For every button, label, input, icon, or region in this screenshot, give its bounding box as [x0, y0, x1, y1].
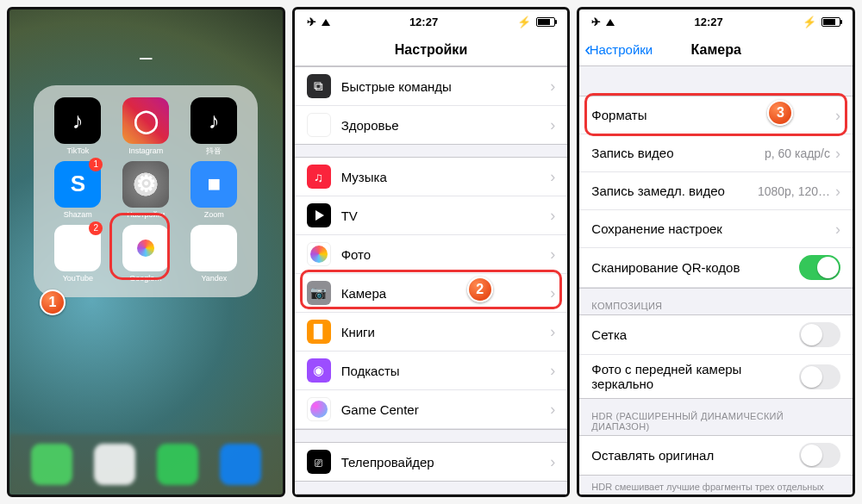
chevron-right-icon: ›: [835, 108, 840, 123]
status-time: 12:27: [409, 16, 438, 28]
app-douyin[interactable]: ♪ 抖音: [184, 97, 244, 156]
row-record-slomo[interactable]: Запись замедл. видео 1080p, 120… ›: [579, 172, 853, 210]
app-yandex[interactable]: Y Yandex: [184, 225, 244, 283]
status-time: 12:27: [695, 16, 723, 28]
row-provider[interactable]: ⎚ Телепровайдер ›: [295, 443, 568, 481]
app-label: YouTube: [47, 275, 108, 283]
toggle-grid[interactable]: [799, 322, 840, 347]
row-formats[interactable]: Форматы ›: [579, 96, 853, 134]
chevron-right-icon: ›: [550, 363, 555, 378]
row-podcasts[interactable]: ◉ Подкасты ›: [295, 352, 568, 390]
section: Форматы › Запись видео р, 60 кадр/с › За…: [579, 96, 853, 289]
row-value: 1080p, 120…: [758, 184, 830, 198]
notification-badge: 1: [89, 158, 103, 171]
toggle-mirror[interactable]: [799, 364, 840, 389]
camera-icon: 📷: [307, 281, 331, 305]
row-record-video[interactable]: Запись видео р, 60 кадр/с ›: [579, 134, 853, 172]
row-music[interactable]: ♫ Музыка ›: [295, 158, 568, 196]
row-books[interactable]: ▉ Книги ›: [295, 313, 568, 352]
app-shazam[interactable]: 1 S Shazam: [47, 161, 108, 220]
dock: [9, 434, 283, 495]
tiktok-icon: ♪: [54, 97, 101, 144]
section: ♫ Музыка › TV › Фото › 📷 Камера › ▉ К: [295, 157, 568, 430]
row-mirror-front[interactable]: Фото с передней камеры зеркально: [579, 355, 853, 398]
app-zoom[interactable]: ■ Zoom: [184, 161, 244, 220]
dock-app[interactable]: [220, 444, 261, 485]
row-label: Запись замедл. видео: [591, 184, 758, 198]
dock-app[interactable]: [94, 444, 135, 485]
chevron-right-icon: ›: [550, 208, 555, 223]
row-gamecenter[interactable]: Game Center ›: [295, 390, 568, 429]
settings-body[interactable]: ⧉ Быстрые команды › ♥ Здоровье › ♫ Музык…: [295, 66, 568, 495]
row-label: Форматы: [591, 108, 835, 122]
chevron-right-icon: ›: [550, 117, 555, 133]
chevron-right-icon: ›: [550, 78, 555, 94]
chevron-right-icon: ›: [550, 246, 555, 262]
app-label: Zoom: [184, 211, 244, 220]
settings-list-screen: ✈ 12:27 ⚡ Настройки ⧉ Быстрые команды › …: [292, 7, 571, 497]
airplane-icon: ✈: [307, 16, 316, 28]
nav-bar: Настройки: [295, 34, 568, 66]
wifi-icon: [606, 16, 615, 28]
row-camera[interactable]: 📷 Камера ›: [295, 274, 568, 313]
app-tiktok[interactable]: ♪ TikTok: [47, 97, 108, 156]
row-label: Сканирование QR-кодов: [591, 260, 799, 275]
provider-icon: ⎚: [307, 450, 331, 474]
page-title: Настройки: [395, 42, 467, 58]
section: Оставлять оригинал: [579, 435, 853, 476]
dock-app[interactable]: [31, 444, 72, 485]
app-youtube[interactable]: 2 ▶ YouTube: [47, 225, 108, 283]
row-label: Сетка: [591, 327, 799, 342]
toggle-keep-original[interactable]: [799, 443, 840, 468]
row-label: Здоровье: [341, 118, 551, 133]
folder-row: ♪ TikTok ◯ Instagram ♪ 抖音: [47, 97, 244, 156]
photos-icon: [307, 242, 331, 266]
row-tv[interactable]: TV ›: [295, 196, 568, 235]
back-button[interactable]: ‹ Настройки: [584, 34, 653, 65]
row-preserve-settings[interactable]: Сохранение настроек ›: [579, 210, 853, 248]
app-label: Shazam: [47, 211, 108, 220]
app-instagram[interactable]: ◯ Instagram: [116, 97, 176, 156]
yandex-icon: Y: [191, 225, 237, 271]
tv-icon: [307, 203, 331, 227]
chevron-right-icon: ›: [835, 184, 840, 199]
row-label: Подкасты: [341, 364, 551, 378]
row-qr-scan[interactable]: Сканирование QR-кодов: [579, 248, 853, 288]
section: ⧉ Быстрые команды › ♥ Здоровье ›: [295, 66, 568, 145]
camera-body[interactable]: Форматы › Запись видео р, 60 кадр/с › За…: [579, 66, 853, 495]
row-value: р, 60 кадр/с: [765, 146, 830, 160]
shortcuts-icon: ⧉: [307, 74, 331, 98]
highlight-settings: [109, 213, 170, 280]
music-icon: ♫: [307, 165, 331, 189]
row-shortcuts[interactable]: ⧉ Быстрые команды ›: [295, 67, 568, 106]
nav-bar: ‹ Настройки Камера: [579, 34, 853, 66]
section: ⎚ Телепровайдер ›: [295, 442, 568, 482]
page-title: Камера: [691, 42, 741, 58]
row-label: Фото с передней камеры зеркально: [591, 362, 799, 391]
section-header-composition: КОМПОЗИЦИЯ: [579, 289, 853, 314]
row-label: Телепровайдер: [341, 455, 551, 470]
section-header-hdr: HDR (РАСШИРЕННЫЙ ДИНАМИЧЕСКИЙ ДИАПАЗОН): [579, 399, 853, 435]
row-keep-original[interactable]: Оставлять оригинал: [579, 436, 853, 475]
row-photos[interactable]: Фото ›: [295, 235, 568, 274]
callout-2: 2: [467, 277, 493, 302]
row-grid[interactable]: Сетка: [579, 315, 853, 355]
health-icon: ♥: [307, 113, 331, 137]
row-label: Запись видео: [591, 146, 765, 160]
douyin-icon: ♪: [191, 97, 237, 144]
row-health[interactable]: ♥ Здоровье ›: [295, 106, 568, 144]
home-top-spacer: –: [9, 9, 283, 61]
dock-app[interactable]: [157, 444, 198, 485]
row-label: Фото: [341, 247, 551, 262]
app-settings[interactable]: ⚙ Настройки: [116, 161, 176, 220]
status-bar: ✈ 12:27 ⚡: [295, 9, 568, 34]
zoom-icon: ■: [191, 161, 237, 208]
folder-row: 1 S Shazam ⚙ Настройки ■ Zoom: [47, 161, 244, 220]
row-label: Оставлять оригинал: [591, 448, 799, 463]
row-label: Музыка: [341, 170, 551, 184]
settings-icon: ⚙: [122, 161, 169, 208]
app-label: TikTok: [47, 147, 108, 156]
back-label: Настройки: [590, 42, 653, 57]
toggle-qr[interactable]: [799, 255, 840, 280]
home-screen: – ♪ TikTok ◯ Instagram ♪ 抖音 1 S Shazam: [7, 7, 285, 497]
